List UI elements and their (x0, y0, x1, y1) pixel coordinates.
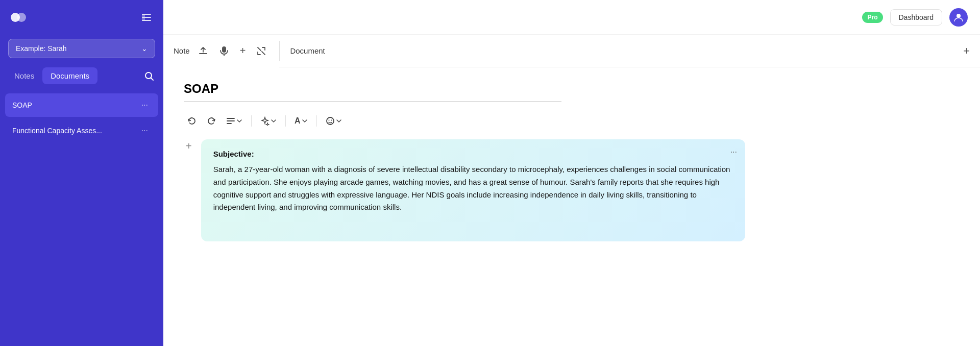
toolbar-divider (285, 115, 286, 127)
toolbar: A (184, 114, 960, 128)
topbar: Pro Dashboard (163, 0, 980, 35)
emoji-button[interactable] (322, 114, 346, 128)
svg-rect-9 (199, 53, 207, 54)
sidebar-header (0, 0, 163, 35)
nav-tabs: Notes Documents (0, 67, 163, 84)
undo-icon (187, 116, 197, 126)
sidebar-toggle-button[interactable] (139, 10, 154, 25)
tab-note[interactable]: Note + (163, 35, 279, 67)
doc-more-button[interactable]: ··· (138, 125, 151, 136)
block-menu-button[interactable]: ··· (730, 147, 737, 157)
chevron-down-icon (271, 118, 277, 124)
tab-document-label: Document (290, 46, 325, 55)
emoji-icon (326, 116, 335, 126)
content-tabs: Note + Document + (163, 35, 980, 67)
doc-item-label: Functional Capacity Asses... (12, 127, 102, 135)
expand-icon[interactable] (254, 44, 269, 58)
add-tab-button[interactable]: + (953, 40, 980, 62)
tab-note-label: Note (174, 46, 190, 55)
chevron-down-icon (236, 118, 242, 124)
editor: A + ··· Subjective: Sarah, a 27-year-old… (163, 67, 980, 346)
svg-point-16 (328, 120, 329, 121)
document-title[interactable] (184, 82, 561, 102)
upload-icon[interactable] (195, 44, 211, 58)
pro-badge: Pro (862, 12, 883, 23)
mic-icon[interactable] (216, 44, 232, 58)
doc-more-button[interactable]: ··· (138, 100, 151, 111)
align-button[interactable] (223, 114, 246, 128)
ai-sparkle-icon (260, 116, 270, 126)
svg-point-17 (331, 120, 332, 121)
tab-notes[interactable]: Notes (6, 67, 42, 84)
list-item[interactable]: Functional Capacity Asses... ··· (5, 119, 158, 142)
list-item[interactable]: SOAP ··· (5, 93, 158, 117)
add-block-icon[interactable]: + (237, 43, 249, 59)
chevron-down-icon: ⌄ (141, 44, 148, 53)
svg-rect-10 (222, 46, 226, 53)
text-size-button[interactable]: A (291, 114, 311, 128)
content-block: + ··· Subjective: Sarah, a 27-year-old w… (184, 139, 745, 241)
add-block-button[interactable]: + (184, 140, 194, 152)
logo-icon (9, 8, 28, 27)
tab-documents[interactable]: Documents (42, 67, 97, 84)
svg-point-15 (327, 117, 334, 125)
search-icon (144, 71, 154, 81)
redo-icon (207, 116, 216, 126)
svg-point-8 (957, 14, 961, 18)
patient-dropdown[interactable]: Example: Sarah ⌄ (8, 39, 155, 58)
logo (9, 8, 28, 27)
tab-document[interactable]: Document (280, 38, 335, 63)
search-button[interactable] (141, 68, 157, 84)
dashboard-button[interactable]: Dashboard (890, 9, 943, 26)
sidebar-toggle-icon (141, 12, 152, 23)
toolbar-divider (251, 115, 252, 127)
main-panel: Pro Dashboard Note + (163, 0, 980, 346)
patient-name: Example: Sarah (16, 44, 67, 53)
avatar (949, 8, 968, 27)
soap-text: Sarah, a 27-year-old woman with a diagno… (213, 163, 733, 214)
doc-item-label: SOAP (12, 101, 32, 109)
svg-rect-5 (142, 14, 145, 21)
toolbar-divider (316, 115, 317, 127)
content-area: Note + Document + (163, 35, 980, 346)
patient-selector[interactable]: Example: Sarah ⌄ (8, 39, 155, 58)
text-size-icon: A (295, 116, 301, 126)
user-icon (953, 12, 964, 22)
redo-button[interactable] (203, 114, 219, 128)
ai-button[interactable] (257, 114, 280, 128)
chevron-down-icon (336, 118, 342, 124)
document-list: SOAP ··· Functional Capacity Asses... ··… (0, 91, 163, 346)
svg-line-7 (151, 78, 154, 80)
align-icon (226, 116, 235, 126)
undo-button[interactable] (184, 114, 200, 128)
chevron-down-icon (302, 118, 308, 124)
sidebar: Example: Sarah ⌄ Notes Documents SOAP ··… (0, 0, 163, 346)
svg-point-1 (17, 13, 26, 22)
soap-label: Subjective: (213, 150, 733, 158)
soap-block: ··· Subjective: Sarah, a 27-year-old wom… (201, 139, 745, 241)
